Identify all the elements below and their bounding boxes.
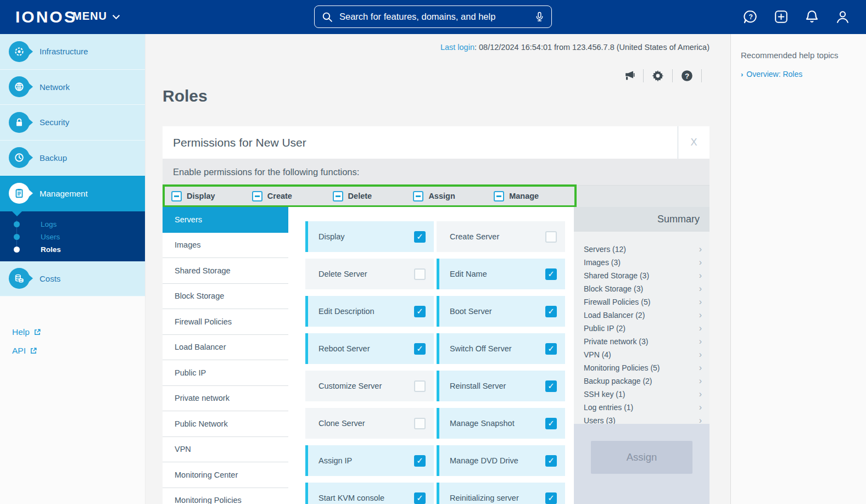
indeterminate-checkbox-icon[interactable]	[252, 191, 262, 201]
permission-cell[interactable]: Reinstall Server	[437, 371, 565, 401]
notifications-icon[interactable]	[804, 9, 820, 25]
category-tab[interactable]: Monitoring Policies	[163, 488, 288, 504]
bulk-permission[interactable]: Create	[252, 191, 333, 201]
close-icon[interactable]: X	[678, 126, 709, 159]
summary-item[interactable]: Monitoring Policies (5) ›	[574, 361, 709, 374]
submenu-item[interactable]: Users	[0, 231, 145, 243]
permission-cell[interactable]: Reboot Server	[305, 333, 434, 364]
account-icon[interactable]	[835, 9, 851, 25]
assign-button[interactable]: Assign	[591, 441, 692, 474]
permission-cell[interactable]: Customize Server	[305, 371, 434, 401]
submenu-item-label: Roles	[41, 245, 61, 254]
chevron-right-icon: ›	[699, 324, 702, 333]
summary-item[interactable]: Firewall Policies (5) ›	[574, 295, 709, 309]
category-tab[interactable]: VPN	[163, 437, 288, 463]
summary-item[interactable]: Load Balancer (2) ›	[574, 309, 709, 322]
announcements-icon[interactable]	[622, 69, 635, 82]
category-tab[interactable]: Block Storage	[163, 284, 288, 310]
global-search[interactable]	[314, 5, 552, 28]
sidebar-external-link[interactable]: API	[12, 344, 41, 358]
summary-item[interactable]: VPN (4) ›	[574, 348, 709, 361]
checkbox-icon[interactable]	[414, 343, 426, 355]
bulk-permission[interactable]: Assign	[413, 191, 494, 201]
checkbox-icon[interactable]	[545, 231, 557, 243]
permission-cell[interactable]: Display	[305, 221, 434, 252]
category-tab[interactable]: Public IP	[163, 360, 288, 386]
summary-item[interactable]: Log entries (1) ›	[574, 401, 709, 414]
category-tab[interactable]: Private network	[163, 386, 288, 412]
menu-label: MENU	[72, 10, 107, 23]
category-tab[interactable]: Monitoring Center	[163, 462, 288, 488]
summary-item[interactable]: Backup package (2) ›	[574, 374, 709, 388]
indeterminate-checkbox-icon[interactable]	[171, 191, 182, 201]
microphone-icon[interactable]	[534, 12, 545, 22]
checkbox-icon[interactable]	[414, 455, 426, 467]
permission-cell[interactable]: Clone Server	[305, 408, 434, 439]
checkbox-icon[interactable]	[414, 380, 426, 392]
bulk-permissions-row: Display Create Delete Assign Man	[163, 185, 709, 207]
permission-cell[interactable]: Edit Name	[437, 259, 565, 289]
summary-item[interactable]: Public IP (2) ›	[574, 322, 709, 335]
category-tab[interactable]: Images	[163, 233, 288, 259]
sidebar-item[interactable]: Management	[0, 176, 145, 211]
summary-item[interactable]: Servers (12) ›	[574, 243, 709, 256]
category-tab-label: Block Storage	[175, 292, 224, 300]
sidebar-item[interactable]: Network	[0, 70, 145, 105]
menu-button[interactable]: MENU	[72, 10, 120, 23]
bulk-permission[interactable]: Manage	[494, 191, 574, 201]
help-icon[interactable]: ?	[680, 69, 694, 82]
permission-cell[interactable]: Boot Server	[437, 296, 565, 327]
category-tab[interactable]: Load Balancer	[163, 335, 288, 361]
help-chat-icon[interactable]: ?	[742, 9, 758, 25]
sidebar-item[interactable]: Infrastructure	[0, 34, 145, 70]
permission-cell[interactable]: Switch Off Server	[437, 333, 565, 364]
checkbox-icon[interactable]	[414, 418, 426, 429]
sidebar-item[interactable]: Security	[0, 105, 145, 141]
checkbox-icon[interactable]	[545, 380, 557, 392]
checkbox-icon[interactable]	[414, 492, 426, 504]
indeterminate-checkbox-icon[interactable]	[413, 191, 423, 201]
checkbox-icon[interactable]	[545, 455, 557, 467]
sidebar-external-link[interactable]: Help	[12, 325, 41, 339]
submenu-item[interactable]: Logs	[0, 218, 145, 231]
bulk-permission[interactable]: Display	[171, 191, 252, 201]
permission-cell[interactable]: Start KVM console	[305, 483, 434, 504]
checkbox-icon[interactable]	[414, 231, 426, 243]
checkbox-icon[interactable]	[545, 343, 557, 355]
permission-cell[interactable]: Manage Snapshot	[437, 408, 565, 439]
permission-cell[interactable]: Create Server	[437, 221, 565, 252]
settings-icon[interactable]	[651, 69, 664, 82]
category-tab[interactable]: Servers	[163, 207, 288, 233]
top-navigation-bar: IONOS MENU ?	[0, 0, 866, 34]
sidebar-item[interactable]: Costs	[0, 261, 145, 297]
summary-item[interactable]: Block Storage (3) ›	[574, 282, 709, 295]
summary-item[interactable]: Images (3) ›	[574, 256, 709, 269]
summary-item[interactable]: Shared Storage (3) ›	[574, 269, 709, 282]
checkbox-icon[interactable]	[545, 268, 557, 280]
checkbox-icon[interactable]	[414, 306, 426, 317]
checkbox-icon[interactable]	[545, 492, 557, 504]
permission-cell[interactable]: Assign IP	[305, 445, 434, 476]
summary-item[interactable]: SSH key (1) ›	[574, 388, 709, 401]
checkbox-icon[interactable]	[545, 306, 557, 317]
checkbox-icon[interactable]	[414, 268, 426, 280]
indeterminate-checkbox-icon[interactable]	[494, 191, 504, 201]
submenu-item[interactable]: Roles	[0, 243, 145, 256]
category-tab[interactable]: Firewall Policies	[163, 309, 288, 335]
sidebar-item[interactable]: Backup	[0, 141, 145, 176]
checkbox-icon[interactable]	[545, 418, 557, 429]
ionos-logo: IONOS	[15, 8, 77, 26]
search-input[interactable]	[339, 12, 534, 22]
indeterminate-checkbox-icon[interactable]	[333, 191, 343, 201]
permission-cell[interactable]: Delete Server	[305, 259, 434, 289]
category-tab[interactable]: Public Network	[163, 411, 288, 437]
category-tab[interactable]: Shared Storage	[163, 258, 288, 284]
permission-cell[interactable]: Edit Description	[305, 296, 434, 327]
help-topic-link[interactable]: › Overview: Roles	[741, 68, 802, 80]
permission-cell[interactable]: Manage DVD Drive	[437, 445, 565, 476]
last-login-link[interactable]: Last login	[440, 43, 474, 52]
add-icon[interactable]	[773, 9, 789, 25]
summary-item[interactable]: Private network (3) ›	[574, 335, 709, 348]
bulk-permission[interactable]: Delete	[333, 191, 414, 201]
permission-cell[interactable]: Reinitializing server	[437, 483, 565, 504]
